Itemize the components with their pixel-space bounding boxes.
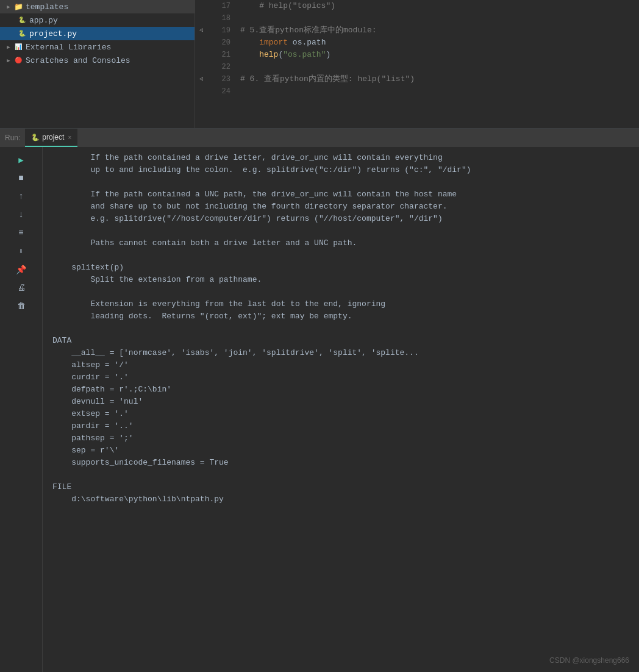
line-content-21: help("os.path") — [238, 49, 639, 61]
line-content-19: # 5.查看python标准库中的module: — [238, 24, 639, 37]
rerun-button[interactable]: ↑ — [13, 188, 29, 204]
line-indicator-21 — [195, 49, 207, 61]
editor-area: 17 # help("topics") 18 ◁ 19 # 5.查看python… — [195, 0, 639, 128]
watermark-text: CSDN @xiongsheng666 — [549, 656, 629, 665]
line-content-23: # 6. 查看python内置的类型: help("list") — [238, 73, 639, 85]
expand-icon-libs: ▶ — [5, 43, 12, 51]
line-number-17: 17 — [207, 0, 238, 12]
code-line-18: 18 — [195, 12, 639, 24]
tab-label-project: project — [42, 133, 64, 141]
run-toolbar: ▶ ■ ↑ ↓ ≡ ⬇ 📌 🖨 🗑 — [0, 147, 43, 672]
line-content-24 — [238, 85, 639, 98]
tab-close-btn[interactable]: × — [68, 134, 71, 141]
sidebar-label-project-py: project.py — [29, 29, 77, 38]
sidebar-item-templates[interactable]: ▶ 📁 templates — [0, 0, 195, 13]
line-indicator-19: ◁ — [195, 24, 207, 37]
code-line-23: ◁ 23 # 6. 查看python内置的类型: help("list") — [195, 73, 639, 85]
line-content-17: # help("topics") — [238, 0, 639, 12]
line-indicator-17 — [195, 0, 207, 12]
run-button[interactable]: ▶ — [13, 152, 29, 168]
expand-icon: ▶ — [5, 3, 12, 10]
sidebar-item-project-py[interactable]: 🐍 project.py — [0, 27, 195, 40]
sidebar-label-scratches: Scratches and Consoles — [26, 56, 130, 65]
code-line-21: 21 help("os.path") — [195, 49, 639, 61]
line-indicator-23: ◁ — [195, 73, 207, 85]
python-icon-project: 🐍 — [17, 29, 27, 38]
sidebar: ▶ 📁 templates 🐍 app.py 🐍 project.py ▶ 📊 … — [0, 0, 195, 128]
top-area: ▶ 📁 templates 🐍 app.py 🐍 project.py ▶ 📊 … — [0, 0, 639, 128]
code-view: 17 # help("topics") 18 ◁ 19 # 5.查看python… — [195, 0, 639, 128]
line-content-22 — [238, 61, 639, 73]
line-indicator-18 — [195, 12, 207, 24]
code-line-24: 24 — [195, 85, 639, 98]
code-line-17: 17 # help("topics") — [195, 0, 639, 12]
line-number-24: 24 — [207, 85, 238, 98]
sidebar-label-external-libs: External Libraries — [26, 43, 111, 52]
sidebar-label-templates: templates — [26, 2, 68, 12]
scroll-end-button[interactable]: ⬇ — [13, 243, 29, 259]
line-number-23: 23 — [207, 73, 238, 85]
library-icon: 📊 — [13, 42, 23, 52]
print-button[interactable]: 🖨 — [13, 280, 29, 296]
expand-icon-scratch: ▶ — [5, 57, 12, 64]
tab-python-icon: 🐍 — [31, 134, 40, 141]
folder-icon: 📁 — [13, 2, 23, 12]
pin-button[interactable]: 📌 — [13, 262, 29, 277]
bottom-tab-bar: Run: 🐍 project × — [0, 129, 639, 147]
sidebar-item-external-libs[interactable]: ▶ 📊 External Libraries — [0, 40, 195, 54]
sidebar-label-app-py: app.py — [29, 16, 58, 25]
bottom-panel: ▶ ■ ↑ ↓ ≡ ⬇ 📌 🖨 🗑 If the path contained … — [0, 147, 639, 672]
scroll-down-button[interactable]: ↓ — [13, 207, 29, 223]
list-button[interactable]: ≡ — [13, 225, 29, 241]
line-indicator-22 — [195, 61, 207, 73]
line-number-19: 19 — [207, 24, 238, 37]
run-label: Run: — [0, 134, 25, 142]
line-number-20: 20 — [207, 37, 238, 49]
line-indicator-20 — [195, 37, 207, 49]
sidebar-item-app-py[interactable]: 🐍 app.py — [0, 13, 195, 27]
line-number-18: 18 — [207, 12, 238, 24]
line-number-21: 21 — [207, 49, 238, 61]
line-indicator-24 — [195, 85, 207, 98]
console-output: If the path contained a drive letter, dr… — [43, 147, 639, 672]
scratch-icon: 🔴 — [13, 55, 23, 65]
line-content-20: import os.path — [238, 37, 639, 49]
tab-project[interactable]: 🐍 project × — [25, 129, 77, 147]
line-number-22: 22 — [207, 61, 238, 73]
stop-button[interactable]: ■ — [13, 170, 29, 186]
code-line-19: ◁ 19 # 5.查看python标准库中的module: — [195, 24, 639, 37]
code-line-20: 20 import os.path — [195, 37, 639, 49]
delete-button[interactable]: 🗑 — [13, 298, 29, 314]
watermark: CSDN @xiongsheng666 — [549, 656, 629, 665]
code-line-22: 22 — [195, 61, 639, 73]
sidebar-item-scratches[interactable]: ▶ 🔴 Scratches and Consoles — [0, 54, 195, 67]
python-icon-app: 🐍 — [17, 15, 27, 25]
console-wrapper: If the path contained a drive letter, dr… — [43, 147, 639, 672]
line-content-18 — [238, 12, 639, 24]
